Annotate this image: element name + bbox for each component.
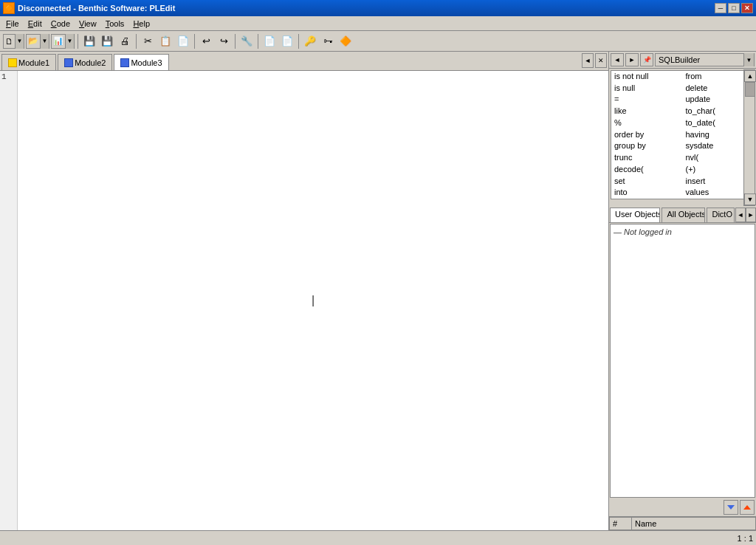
tab-module1-label: Module1 — [18, 58, 49, 67]
sqlbuilder-dropdown[interactable]: SQLBuilder ▼ — [655, 53, 755, 66]
save-all-button[interactable]: 💾 — [99, 33, 115, 49]
save-button[interactable]: 💾 — [81, 33, 97, 49]
status-position-text: 1 : 1 — [738, 534, 753, 543]
menu-edit[interactable]: Edit — [24, 18, 47, 30]
right-panel: ◄ ► 📌 SQLBuilder ▼ is not nullfromis nul… — [608, 52, 756, 530]
open-dropdown[interactable]: 📂 ▼ — [26, 34, 49, 49]
sqlbuilder-nav-next[interactable]: ► — [625, 53, 639, 66]
editor-area: Module1 Module2 Module3 ◄ ✕ 1 — [0, 52, 608, 530]
editor[interactable]: 1 | — [0, 71, 608, 530]
obj-arrow-up[interactable] — [740, 500, 755, 515]
title-bar-text: Disconnected - Benthic Software: PLEdit — [18, 4, 175, 13]
title-bar: 🔶 Disconnected - Benthic Software: PLEdi… — [0, 0, 756, 16]
sqlbuilder-pin[interactable]: 📌 — [640, 53, 653, 66]
sql-keywords-grid: is not nullfromis nulldelete=updateliket… — [611, 70, 755, 199]
scroll-thumb[interactable] — [745, 82, 755, 97]
keyword-left[interactable]: like — [611, 106, 683, 117]
key-button-1[interactable]: 🔑 — [302, 33, 318, 49]
settings-button[interactable]: 🔧 — [238, 33, 255, 49]
tab-expand-btn[interactable]: ► — [746, 208, 756, 222]
menu-code[interactable]: Code — [47, 18, 75, 30]
editor-content[interactable]: | — [18, 71, 608, 530]
tab-bar: Module1 Module2 Module3 ◄ ✕ — [0, 52, 608, 71]
tab-module2[interactable]: Module2 — [58, 54, 112, 70]
tab-more-btn[interactable]: ◄ — [735, 208, 746, 222]
cut-button[interactable]: ✂ — [140, 33, 156, 49]
tab-scroll-left[interactable]: ◄ — [582, 53, 594, 68]
object-tabs: User Objects All Objects DictO ◄ ► — [609, 207, 756, 223]
copy-button[interactable]: 📋 — [157, 33, 173, 49]
redo-button[interactable]: ↪ — [216, 33, 232, 49]
sql-keywords-wrapper: is not nullfromis nulldelete=updateliket… — [610, 69, 755, 206]
col-name: Name — [632, 518, 756, 530]
tab-close-btn[interactable]: ✕ — [595, 53, 607, 68]
key-button-2[interactable]: 🗝 — [320, 33, 336, 49]
keyword-left[interactable]: into — [611, 187, 683, 199]
title-bar-controls: ─ □ ✕ — [715, 3, 753, 13]
module2-icon — [64, 58, 73, 67]
status-bar: 1 : 1 — [0, 530, 756, 545]
col-hash: # — [610, 518, 632, 530]
new-dropdown[interactable]: 🗋 ▼ — [3, 34, 24, 49]
keyword-left[interactable]: group by — [611, 140, 683, 152]
menu-file[interactable]: File — [1, 18, 24, 30]
line-number-1: 1 — [1, 72, 16, 81]
sqlbuilder-nav-prev[interactable]: ◄ — [611, 53, 624, 66]
paste-button[interactable]: 📄 — [175, 33, 191, 49]
diamond-button[interactable]: 🔶 — [337, 33, 354, 49]
not-logged-text: Not logged in — [611, 224, 755, 239]
tab-dict-objects[interactable]: DictO — [707, 208, 735, 222]
object-list[interactable]: Not logged in — [610, 224, 755, 498]
chart-dropdown-arrow[interactable]: ▼ — [65, 34, 74, 49]
keyword-left[interactable]: set — [611, 176, 683, 188]
doc-button-2[interactable]: 📄 — [279, 33, 295, 49]
scroll-down-arrow[interactable]: ▼ — [744, 193, 756, 205]
minimize-button[interactable]: ─ — [715, 3, 726, 13]
print-button[interactable]: 🖨 — [117, 33, 133, 49]
keyword-left[interactable]: decode( — [611, 164, 683, 176]
obj-arrow-down[interactable] — [724, 500, 738, 515]
status-position: 1 : 1 — [735, 534, 753, 543]
app-icon: 🔶 — [3, 2, 15, 14]
title-bar-left: 🔶 Disconnected - Benthic Software: PLEdi… — [3, 2, 175, 14]
sqlbuilder-dropdown-arrow[interactable]: ▼ — [743, 53, 754, 66]
sqlbuilder-header: ◄ ► 📌 SQLBuilder ▼ — [609, 52, 756, 69]
tab-module3-label: Module3 — [131, 58, 162, 67]
main-area: Module1 Module2 Module3 ◄ ✕ 1 — [0, 52, 756, 530]
text-cursor: | — [312, 294, 315, 307]
toolbar-separator-5 — [258, 34, 258, 49]
toolbar-separator-3 — [194, 34, 195, 49]
tab-module3[interactable]: Module3 — [114, 54, 168, 70]
module3-icon — [120, 58, 129, 67]
keyword-left[interactable]: is null — [611, 83, 683, 95]
sqlbuilder-label: SQLBuilder — [656, 55, 743, 64]
tab-all-objects[interactable]: All Objects — [662, 208, 705, 222]
menu-view[interactable]: View — [75, 18, 101, 30]
scroll-track — [744, 82, 755, 193]
toolbar: 🗋 ▼ 📂 ▼ 📊 ▼ 💾 💾 🖨 ✂ 📋 📄 ↩ ↪ 🔧 📄 📄 🔑 🗝 🔶 — [0, 31, 756, 52]
open-dropdown-arrow[interactable]: ▼ — [40, 34, 49, 49]
undo-button[interactable]: ↩ — [198, 33, 214, 49]
scroll-up-arrow[interactable]: ▲ — [744, 70, 756, 82]
chart-dropdown[interactable]: 📊 ▼ — [51, 34, 75, 49]
new-dropdown-arrow[interactable]: ▼ — [15, 34, 24, 49]
toolbar-separator-4 — [235, 34, 236, 49]
doc-button-1[interactable]: 📄 — [261, 33, 278, 49]
keyword-left[interactable]: = — [611, 94, 683, 106]
restore-button[interactable]: □ — [728, 3, 740, 13]
tab-module1[interactable]: Module1 — [1, 54, 56, 70]
menu-tools[interactable]: Tools — [101, 18, 129, 30]
tab-user-objects[interactable]: User Objects — [610, 208, 660, 222]
keyword-left[interactable]: % — [611, 117, 683, 129]
menu-help[interactable]: Help — [128, 18, 154, 30]
keyword-left[interactable]: trunc — [611, 152, 683, 164]
close-button[interactable]: ✕ — [741, 3, 753, 13]
keyword-left[interactable]: order by — [611, 129, 683, 141]
toolbar-separator-1 — [78, 34, 78, 49]
tab-bar-controls: ◄ ✕ — [582, 53, 607, 68]
name-table: # Name — [609, 516, 756, 530]
tab-module2-label: Module2 — [75, 58, 106, 67]
sql-keywords-scrollbar[interactable]: ▲ ▼ — [743, 69, 755, 206]
keyword-left[interactable]: is not null — [611, 71, 683, 83]
menu-bar: File Edit Code View Tools Help — [0, 16, 756, 31]
